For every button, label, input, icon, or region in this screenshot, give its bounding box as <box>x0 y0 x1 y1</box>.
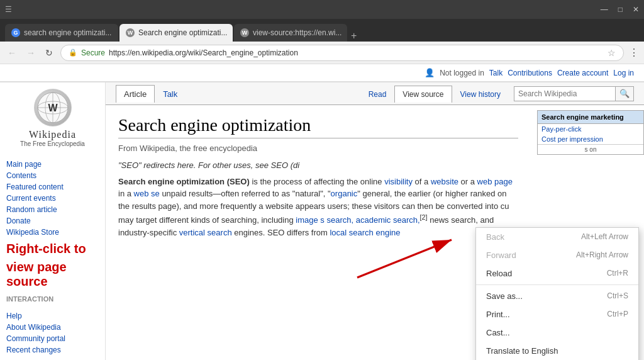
forward-button[interactable]: → <box>24 47 38 59</box>
website-link[interactable]: website <box>431 177 458 186</box>
article-subtitle: From Wikipedia, the free encyclopedia <box>118 143 518 153</box>
interaction-nav: Help About Wikipedia Community portal Re… <box>6 310 99 356</box>
ctx-print-shortcut: Ctrl+P <box>607 310 628 319</box>
tab-read[interactable]: Read <box>360 86 395 103</box>
contributions-link[interactable]: Contributions <box>508 69 552 77</box>
article-intro-italic: "SEO" redirects here. For other uses, se… <box>118 159 518 172</box>
tab-bar: G search engine optimizati... ✕ W Search… <box>0 19 644 42</box>
annotation-line1: Right-click to <box>6 242 99 256</box>
local-link[interactable]: local search engine <box>330 228 400 237</box>
ctx-cast[interactable]: Cast... <box>476 323 638 342</box>
wiki-globe-svg: W <box>36 91 69 124</box>
search-button[interactable]: 🔍 <box>615 87 633 101</box>
sidebar-item-help[interactable]: Help <box>6 310 99 322</box>
close-button[interactable]: ✕ <box>633 5 639 14</box>
browser-options-icon[interactable]: ⋮ <box>629 47 639 59</box>
ctx-forward: Forward Alt+Right Arrow <box>476 246 638 264</box>
ctx-print-label: Print... <box>486 310 510 319</box>
minimize-button[interactable]: — <box>601 5 608 14</box>
tab-3[interactable]: W view-source:https://en.wi... ✕ <box>234 24 347 42</box>
ctx-print[interactable]: Print... Ctrl+P <box>476 305 638 323</box>
sidebar-item-contents[interactable]: Contents <box>6 170 99 181</box>
ctx-reload-shortcut: Ctrl+R <box>607 269 628 278</box>
tab-view-history[interactable]: View history <box>452 86 509 103</box>
main-content: Article Talk Read View source View histo… <box>106 82 644 360</box>
content-tabs: Article Talk Read View source View histo… <box>106 82 644 105</box>
sidebar-item-random[interactable]: Random article <box>6 204 99 215</box>
wiki-container: W Wikipedia The Free Encyclopedia Main p… <box>0 82 644 360</box>
annotation-line2: view page source <box>6 260 99 289</box>
wiki-logo: W Wikipedia The Free Encyclopedia <box>6 82 99 151</box>
browser-menu-icon[interactable]: ☰ <box>5 5 12 14</box>
sidebar-item-current-events[interactable]: Current events <box>6 193 99 204</box>
infobox-header: Search engine marketing <box>538 111 643 124</box>
article-paragraph-1: Search engine optimization (SEO) is the … <box>118 176 518 239</box>
ctx-save[interactable]: Save as... Ctrl+S <box>476 287 638 305</box>
visibility-link[interactable]: visibility <box>384 177 413 186</box>
ctx-back: Back Alt+Left Arrow <box>476 228 638 246</box>
sidebar-item-featured[interactable]: Featured content <box>6 181 99 193</box>
infobox-see-also: s on <box>538 144 643 154</box>
article-bold-seo: Search engine optimization (SEO) <box>118 177 250 186</box>
tab-1[interactable]: G search engine optimizati... ✕ <box>5 24 118 42</box>
web-page-link[interactable]: web page <box>477 177 513 186</box>
new-tab-button[interactable]: + <box>351 30 357 42</box>
tab-2-label: Search engine optimizati... <box>138 28 227 37</box>
sidebar-item-community[interactable]: Community portal <box>6 333 99 344</box>
tab-view-source[interactable]: View source <box>394 86 452 103</box>
web-se-link[interactable]: web se <box>134 189 160 198</box>
interaction-section-label: Interaction <box>6 295 99 303</box>
sidebar-item-recent[interactable]: Recent changes <box>6 344 99 356</box>
tab-talk[interactable]: Talk <box>155 85 186 103</box>
sidebar-item-about[interactable]: About Wikipedia <box>6 322 99 333</box>
ctx-back-shortcut: Alt+Left Arrow <box>581 232 628 242</box>
ctx-sep-1 <box>476 284 638 285</box>
sidebar-item-main-page[interactable]: Main page <box>6 159 99 170</box>
sidebar-item-donate[interactable]: Donate <box>6 215 99 227</box>
ctx-translate-label: Translate to English <box>486 346 558 356</box>
secure-label: Secure <box>81 48 105 57</box>
tab-2[interactable]: W Search engine optimizati... ✕ <box>119 24 233 42</box>
talk-link[interactable]: Talk <box>489 69 502 77</box>
log-in-link[interactable]: Log in <box>613 69 634 77</box>
tab-article[interactable]: Article <box>116 85 155 103</box>
image-link[interactable]: image s <box>296 215 325 225</box>
tabs-right: Read View source View history 🔍 <box>360 86 634 102</box>
user-bar: 👤 Not logged in Talk Contributions Creat… <box>0 64 644 82</box>
ctx-translate[interactable]: Translate to English <box>476 342 638 360</box>
ctx-reload[interactable]: Reload Ctrl+R <box>476 264 638 283</box>
search-input[interactable] <box>514 87 615 101</box>
vertical-link[interactable]: vertical search <box>179 228 232 237</box>
bookmark-icon[interactable]: ☆ <box>608 48 616 58</box>
secure-icon: 🔒 <box>69 48 77 57</box>
tab-3-icon: W <box>240 28 249 37</box>
organic-link[interactable]: organic <box>331 189 358 198</box>
ctx-save-shortcut: Ctrl+S <box>607 291 628 301</box>
sidebar-item-store[interactable]: Wikipedia Store <box>6 227 99 238</box>
address-input-container[interactable]: 🔒 Secure https://en.wikipedia.org/wiki/S… <box>60 45 624 61</box>
back-button[interactable]: ← <box>5 47 19 59</box>
context-menu: Back Alt+Left Arrow Forward Alt+Right Ar… <box>475 227 639 360</box>
infobox-item-2[interactable]: Cost per impression <box>538 134 643 144</box>
sidebar: W Wikipedia The Free Encyclopedia Main p… <box>0 82 106 360</box>
search-box: 🔍 <box>514 86 634 101</box>
tab-1-icon: G <box>11 28 20 37</box>
maximize-button[interactable]: □ <box>618 5 623 14</box>
reload-button[interactable]: ↻ <box>43 47 55 59</box>
ctx-cast-label: Cast... <box>486 328 510 337</box>
wiki-globe: W <box>34 89 72 127</box>
window-controls: — □ ✕ <box>601 5 639 14</box>
academic-link[interactable]: search, academic search, <box>326 215 419 225</box>
ctx-back-label: Back <box>486 232 504 242</box>
address-bar: ← → ↻ 🔒 Secure https://en.wikipedia.org/… <box>0 42 644 64</box>
wiki-subtitle-text: The Free Encyclopedia <box>6 140 99 147</box>
article-text: "SEO" redirects here. For other uses, se… <box>118 159 518 239</box>
address-text: https://en.wikipedia.org/wiki/Search_eng… <box>109 48 604 57</box>
create-account-link[interactable]: Create account <box>557 69 608 77</box>
infobox-item-1[interactable]: Pay-per-click <box>538 124 643 134</box>
user-icon: 👤 <box>425 68 435 77</box>
not-logged-in-text: Not logged in <box>440 69 484 77</box>
ctx-reload-label: Reload <box>486 269 512 278</box>
ctx-forward-label: Forward <box>486 250 516 260</box>
title-bar: ☰ — □ ✕ <box>0 0 644 19</box>
